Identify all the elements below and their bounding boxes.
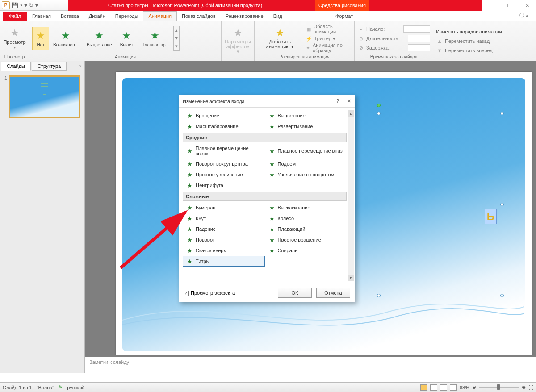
fit-icon[interactable]: ⛶ [528, 385, 533, 390]
view-normal[interactable] [420, 384, 427, 391]
zoom-out-icon[interactable]: ⊖ [472, 384, 476, 390]
handle-ne[interactable] [500, 112, 504, 115]
effect-item[interactable]: ★Плавное перемещение вверх [183, 143, 265, 158]
status-slide: Слайд 1 из 1 [3, 385, 32, 390]
rotate-handle[interactable] [377, 104, 381, 107]
visible-text-fragment: Ь [485, 209, 497, 224]
animation-pane-button[interactable]: ▦Область анимации [306, 25, 352, 33]
spellcheck-icon[interactable]: ✎ [59, 384, 63, 390]
handle-n[interactable] [377, 112, 381, 115]
maximize-button[interactable]: ☐ [500, 0, 518, 11]
tab-insert[interactable]: Вставка [56, 12, 84, 21]
dialog-help-icon[interactable]: ? [336, 98, 339, 104]
view-slideshow[interactable] [450, 384, 457, 391]
effect-item[interactable]: ★Центрифуга [183, 180, 265, 191]
effect-item[interactable]: ★Простое вращение [265, 234, 347, 245]
zoom-slider[interactable] [479, 387, 519, 388]
category-exciting: Сложные [183, 192, 347, 201]
handle-e[interactable] [500, 203, 504, 206]
view-sorter[interactable] [430, 384, 437, 391]
status-language[interactable]: русский [67, 385, 84, 390]
effect-options-button: ★Параметры эффектов ▾ [224, 26, 251, 56]
anim-appear[interactable]: ★Возникнов... [49, 27, 83, 50]
effect-item[interactable]: ★Вращение [183, 110, 265, 121]
zoom-in-icon[interactable]: ⊕ [522, 384, 526, 390]
anim-none[interactable]: ★Нет [32, 27, 49, 50]
effect-item[interactable]: ★Плавающий [265, 224, 347, 234]
slide-thumb-1[interactable]: 1 —————————————————————— [4, 75, 80, 118]
group-preview: Просмотр [3, 54, 26, 60]
tab-design[interactable]: Дизайн [84, 12, 110, 21]
preview-effect-checkbox[interactable]: ✓Просмотр эффекта [184, 290, 235, 296]
status-bar: Слайд 1 из 1 "Волна" ✎ русский 88% ⊖ ⊕ ⛶ [0, 382, 536, 392]
effect-item[interactable]: ★Скачок вверх [183, 245, 265, 256]
app-icon: P [2, 1, 10, 9]
effect-item[interactable]: ★Кнут [183, 213, 265, 224]
effect-item[interactable]: ★Простое увеличение [183, 169, 265, 180]
effect-item[interactable]: ★Поворот [183, 234, 265, 245]
tab-home[interactable]: Главная [27, 12, 56, 21]
tab-review[interactable]: Рецензирование [221, 12, 268, 21]
view-reading[interactable] [440, 384, 447, 391]
timing-start[interactable]: ▸Начало: [357, 25, 430, 33]
thumb-number: 1 [4, 75, 7, 118]
effect-item[interactable]: ★Падение [183, 224, 265, 234]
window-title: Статья про титры - Microsoft PowerPoint … [68, 0, 536, 11]
effect-item[interactable]: ★Подъем [265, 158, 347, 169]
ok-button[interactable]: ОК [278, 288, 312, 298]
slides-panel: Слайды Структура × 1 ———————————————————… [0, 61, 85, 373]
effect-item[interactable]: ★Выскакивание [265, 202, 347, 213]
reorder-fwd: ▼Переместить вперед [436, 46, 502, 55]
effect-item[interactable]: ★Поворот вокруг центра [183, 158, 265, 169]
handle-se[interactable] [500, 294, 504, 297]
anim-fade[interactable]: ★Выцветание [83, 27, 116, 50]
contextual-tab-label: Средства рисования [315, 0, 369, 11]
redo-icon[interactable]: ↻ [29, 2, 34, 8]
effect-item[interactable]: ★Развертывание [265, 121, 347, 132]
ribbon-tabs: Файл Главная Вставка Дизайн Переходы Ани… [0, 11, 536, 21]
sidetab-slides[interactable]: Слайды [1, 62, 31, 71]
dialog-titlebar[interactable]: Изменение эффекта входа ?✕ [179, 95, 355, 108]
effect-item[interactable]: ★Плавное перемещение вниз [265, 143, 347, 158]
sidetab-structure[interactable]: Структура [32, 62, 67, 71]
dialog-close-icon[interactable]: ✕ [347, 98, 351, 104]
effect-item-credits[interactable]: ★Титры [183, 256, 265, 267]
cancel-button[interactable]: Отмена [316, 288, 350, 298]
effect-item[interactable]: ★Спираль [265, 245, 347, 256]
qat-more-icon[interactable]: ▾ [35, 2, 38, 8]
effect-item[interactable]: ★Увеличение с поворотом [265, 169, 347, 180]
tab-format[interactable]: Формат [331, 12, 358, 21]
reorder-back: ▲Переместить назад [436, 37, 502, 46]
minimize-button[interactable]: — [482, 0, 500, 11]
group-ext-animation: Расширенная анимация [257, 54, 352, 60]
tab-slideshow[interactable]: Показ слайдов [177, 12, 221, 21]
timing-delay[interactable]: ⊘Задержка: [357, 43, 430, 52]
anim-float[interactable]: ★Плавное пр... [137, 27, 173, 50]
handle-s[interactable] [377, 294, 381, 297]
effect-item[interactable]: ★Колесо [265, 213, 347, 224]
undo-icon[interactable]: ↶▾ [20, 2, 27, 8]
effect-item[interactable]: ★Масштабирование [183, 121, 265, 132]
tab-file[interactable]: Файл [3, 12, 27, 21]
tab-transitions[interactable]: Переходы [110, 12, 143, 21]
save-icon[interactable]: 💾 [12, 2, 18, 8]
close-button[interactable]: ✕ [518, 0, 536, 11]
dialog-scrollbar[interactable]: ▲▼ [348, 110, 354, 281]
trigger-button[interactable]: ⚡Триггер ▾ [306, 34, 352, 43]
anim-fly[interactable]: ★Вылет [116, 27, 138, 50]
effect-item[interactable]: ★Бумеранг [183, 202, 265, 213]
ribbon-help-icon[interactable]: ⓘ ▴ [515, 10, 533, 21]
panel-close-icon[interactable]: × [79, 63, 82, 69]
notes-pane[interactable]: Заметки к слайду [85, 355, 536, 373]
timing-duration[interactable]: ⊙Длительность: [357, 34, 430, 43]
tab-view[interactable]: Вид [268, 12, 287, 21]
zoom-level[interactable]: 88% [460, 385, 469, 390]
tab-animation[interactable]: Анимация [143, 11, 177, 21]
preview-button[interactable]: ★Просмотр▾ [3, 26, 26, 51]
ribbon: ★Просмотр▾ Просмотр ★Нет ★Возникнов... ★… [0, 21, 536, 61]
status-theme: "Волна" [37, 385, 54, 390]
effects-list: ★Вращение ★Выцветание ★Масштабирование ★… [183, 110, 347, 267]
gallery-scroll[interactable]: ▲▼▾ [173, 26, 180, 51]
add-animation-button[interactable]: ★+Добавить анимацию ▾ [257, 26, 303, 51]
effect-item[interactable]: ★Выцветание [265, 110, 347, 121]
